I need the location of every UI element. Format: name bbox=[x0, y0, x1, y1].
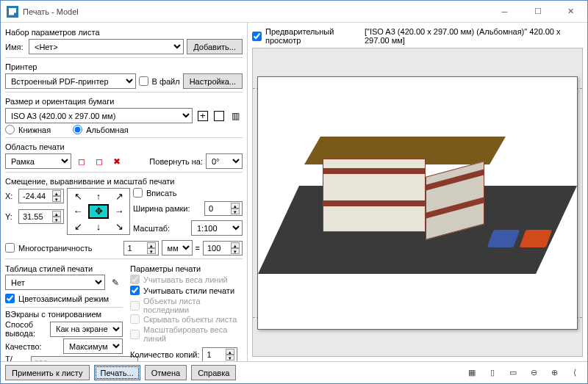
to-file-checkbox[interactable] bbox=[139, 76, 148, 86]
opt5-checkbox bbox=[130, 330, 140, 339]
add-paper-icon[interactable] bbox=[196, 109, 210, 123]
preview-checkbox[interactable] bbox=[252, 32, 262, 41]
sheet-name-select[interactable]: <Нет> bbox=[29, 39, 184, 54]
params-label: Параметры печати bbox=[130, 264, 243, 273]
footer-landscape-icon[interactable]: ▭ bbox=[505, 365, 521, 381]
opt4-checkbox bbox=[130, 314, 140, 324]
color-mode-checkbox[interactable] bbox=[5, 294, 15, 303]
close-button[interactable]: ✕ bbox=[554, 1, 587, 22]
opt3-checkbox bbox=[130, 301, 140, 311]
frame-width-input[interactable]: ▴▾ bbox=[204, 201, 243, 216]
footer-layout-icon[interactable]: ▦ bbox=[464, 365, 480, 381]
footer-collapse-icon[interactable]: ⟨ bbox=[567, 365, 583, 381]
preview-label: Предварительный просмотр bbox=[265, 27, 362, 45]
area-clear-icon[interactable]: ✖ bbox=[110, 154, 124, 169]
multipage-checkbox[interactable] bbox=[5, 243, 15, 253]
copies-label: Количество копий: bbox=[130, 350, 199, 359]
eq-label: = bbox=[196, 244, 200, 253]
footer-zoom-out-icon[interactable]: ⊖ bbox=[526, 365, 542, 381]
print-area-label: Область печати bbox=[5, 142, 243, 151]
quality-label: Качество: bbox=[5, 342, 60, 351]
add-sheet-button[interactable]: Добавить... bbox=[187, 39, 243, 54]
paper-label: Размер и ориентация бумаги bbox=[5, 97, 243, 106]
style-edit-icon[interactable]: ✎ bbox=[108, 275, 123, 290]
unit-val2[interactable]: ▴▾ bbox=[203, 241, 243, 256]
minimize-button[interactable]: ─ bbox=[488, 1, 521, 22]
maximize-button[interactable]: ☐ bbox=[521, 1, 554, 22]
footer-zoom-in-icon[interactable]: ⊕ bbox=[546, 365, 562, 381]
styles-label: Таблица стилей печати bbox=[5, 264, 123, 273]
printer-label: Принтер bbox=[5, 62, 243, 71]
rotate-label: Повернуть на: bbox=[149, 157, 203, 166]
app-icon bbox=[7, 6, 18, 18]
copies-input[interactable]: ▴▾ bbox=[202, 347, 237, 361]
portrait-label: Книжная bbox=[18, 126, 51, 134]
to-file-label: В файл bbox=[152, 77, 180, 86]
scale-select[interactable]: 1:100 bbox=[191, 220, 243, 236]
landscape-label: Альбомная bbox=[86, 126, 129, 134]
apply-button[interactable]: Применить к листу bbox=[5, 365, 90, 380]
footer-portrait-icon[interactable]: ▯ bbox=[484, 365, 501, 381]
print-button[interactable]: Печать... bbox=[94, 365, 140, 380]
alignment-grid[interactable]: ↖↑↗ ←✥→ ↙↓↘ bbox=[67, 188, 130, 235]
scale-label: Масштаб: bbox=[133, 224, 188, 233]
window-title: Печать - Model bbox=[23, 7, 79, 16]
fit-label: Вписать bbox=[146, 189, 177, 198]
style-table-select[interactable]: Нет bbox=[5, 275, 105, 290]
fit-checkbox[interactable] bbox=[133, 188, 143, 198]
printer-settings-button[interactable]: Настройка... bbox=[183, 73, 243, 89]
opt1-checkbox bbox=[130, 275, 140, 284]
unit-val1[interactable]: ▴▾ bbox=[123, 241, 159, 256]
preview-area[interactable] bbox=[252, 48, 583, 357]
preview-caption: ["ISO A3 (420.00 x 297.00 мм) (Альбомная… bbox=[365, 27, 583, 45]
rotate-select[interactable]: 0° bbox=[206, 153, 243, 169]
offset-label: Смещение, выравнивание и масштаб печати bbox=[5, 177, 243, 186]
y-label: Y: bbox=[5, 212, 15, 221]
area-rect2-icon[interactable]: ◻ bbox=[92, 154, 107, 169]
vports-label: ВЭкраны с тонированием bbox=[5, 310, 123, 319]
print-area-select[interactable]: Рамка bbox=[5, 153, 71, 169]
x-input[interactable]: ▴▾ bbox=[18, 189, 64, 203]
frame-width-label: Ширина рамки: bbox=[133, 204, 201, 213]
method-select[interactable]: Как на экране bbox=[50, 322, 123, 337]
remove-paper-icon[interactable] bbox=[212, 109, 226, 123]
sheet-params-label: Набор параметров листа bbox=[5, 28, 243, 37]
quality-select[interactable]: Максимум bbox=[63, 338, 123, 354]
paper-icons: ▥ bbox=[196, 109, 243, 123]
printer-select[interactable]: Встроенный PDF-принтер bbox=[5, 73, 136, 89]
preview-page bbox=[257, 76, 578, 330]
name-label: Имя: bbox=[5, 43, 26, 51]
filter-paper-icon[interactable]: ▥ bbox=[228, 109, 243, 123]
opt2-checkbox[interactable] bbox=[130, 286, 140, 295]
area-rect1-icon[interactable]: ◻ bbox=[74, 154, 89, 169]
method-label: Способ вывода: bbox=[5, 320, 47, 338]
landscape-radio[interactable] bbox=[73, 125, 82, 134]
color-mode-label: Цветозависимый режим bbox=[18, 294, 109, 303]
dpi-label: Т/дюйм: bbox=[5, 355, 28, 361]
x-label: X: bbox=[5, 192, 15, 200]
paper-size-select[interactable]: ISO A3 (420.00 x 297.00 мм) bbox=[5, 108, 193, 123]
help-button[interactable]: Справка bbox=[191, 365, 236, 380]
cancel-button[interactable]: Отмена bbox=[145, 365, 187, 380]
y-input[interactable]: ▴▾ bbox=[18, 209, 64, 224]
multipage-label: Многостраничность bbox=[18, 244, 92, 253]
portrait-radio[interactable] bbox=[5, 125, 15, 134]
dpi-input bbox=[31, 356, 138, 361]
unit-select[interactable]: мм bbox=[162, 240, 193, 256]
